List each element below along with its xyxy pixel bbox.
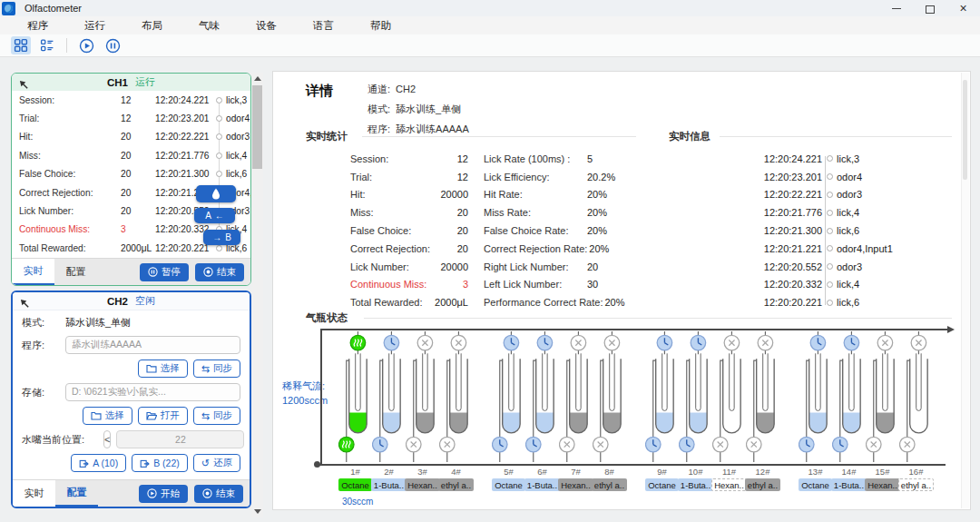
ch2-end-button[interactable]: 结束 xyxy=(194,485,243,503)
close-button[interactable]: × xyxy=(946,0,980,16)
scroll-up-arrow[interactable] xyxy=(251,73,263,84)
event-text: lick,4 xyxy=(837,207,859,218)
gas-bottle: 11# Hexan.. xyxy=(712,330,746,491)
slot-b-button[interactable]: B (22) xyxy=(132,454,188,472)
storage-input[interactable] xyxy=(65,383,240,401)
stat-value: 20% xyxy=(587,225,607,236)
bottle-number: 9# xyxy=(657,467,667,477)
open-label: 打开 xyxy=(161,409,180,422)
stat-value: 20 xyxy=(121,132,155,142)
pointer-icon[interactable] xyxy=(20,296,30,312)
grid-view-icon xyxy=(14,38,28,53)
bottom-valve-icon xyxy=(492,437,507,452)
menu-item[interactable]: 布局 xyxy=(123,19,181,33)
event-row: 12:20:20.552 odor3 xyxy=(686,258,958,276)
stat-label: Session: xyxy=(19,95,121,105)
stat-value: 12 xyxy=(121,95,155,105)
storage-open-button[interactable]: 打开 xyxy=(138,407,188,425)
stat-label: Lick Number: xyxy=(350,261,434,272)
list-view-button[interactable] xyxy=(37,36,57,54)
stat-label: Left Lick Number: xyxy=(484,279,585,290)
lick-a-button[interactable]: A ← xyxy=(194,208,235,223)
minimize-button[interactable] xyxy=(879,0,913,16)
ch2-tab-config[interactable]: 配置 xyxy=(55,480,98,507)
stat-value: 20% xyxy=(587,189,607,200)
ch1-end-button[interactable]: 结束 xyxy=(195,263,244,281)
stat-label: Continuous Miss: xyxy=(350,279,434,290)
ch1-tab-realtime[interactable]: 实时 xyxy=(12,259,54,285)
stat-value: 5 xyxy=(587,153,593,164)
sync-icon: ⇆ xyxy=(201,364,210,374)
lick-b-button[interactable]: → B xyxy=(203,230,240,245)
timeline-dot xyxy=(215,171,223,177)
stat-label: Correct Rejection: xyxy=(350,243,434,254)
bottom-valve-icon xyxy=(866,437,881,452)
ch1-stat-row: Hit: 20 12:20:22.221 odor3 xyxy=(12,128,250,146)
program-input[interactable] xyxy=(65,336,240,354)
mode-label: 模式: xyxy=(22,316,65,330)
bottom-valve-icon xyxy=(645,437,661,452)
close-icon: × xyxy=(959,2,966,15)
storage-sync-button[interactable]: ⇆ 同步 xyxy=(193,407,240,425)
scroll-down-arrow[interactable] xyxy=(251,506,263,517)
a-label: A xyxy=(205,211,211,221)
menu-item[interactable]: 运行 xyxy=(66,19,123,33)
stat-label: Lick Efficiency: xyxy=(484,172,585,182)
select-label: 选择 xyxy=(105,409,124,422)
menu-item[interactable]: 语言 xyxy=(295,19,352,33)
ch1-pause-button[interactable]: 暂停 xyxy=(140,263,189,281)
bottle-odor-label: 1-Buta.. xyxy=(524,478,560,491)
gas-rule xyxy=(364,318,952,319)
program-sync-button[interactable]: ⇆ 同步 xyxy=(193,359,240,378)
restore-position-button[interactable]: ↺ 还原 xyxy=(193,454,240,472)
menu-item[interactable]: 气味 xyxy=(181,19,238,33)
top-valve-icon xyxy=(810,335,826,350)
top-valve-icon xyxy=(571,335,586,350)
bottom-valve-icon xyxy=(525,437,541,452)
water-drop-button[interactable] xyxy=(196,185,236,202)
storage-select-button[interactable]: 选择 xyxy=(83,407,132,425)
timeline-dot xyxy=(822,192,837,198)
gas-bottle: 12# ethyl a.. xyxy=(746,330,779,491)
menu-item[interactable]: 帮助 xyxy=(352,19,409,33)
timeline-dot xyxy=(822,173,837,180)
bottle-number: 11# xyxy=(722,467,736,477)
slot-a-button[interactable]: A (10) xyxy=(71,454,126,472)
pause-button[interactable] xyxy=(103,36,122,54)
scrollbar-thumb[interactable] xyxy=(963,80,967,180)
stat-value: 20 xyxy=(587,261,598,272)
bottom-valve-icon xyxy=(679,437,694,452)
run-button[interactable] xyxy=(76,36,96,54)
grid-view-button[interactable] xyxy=(11,36,31,54)
stat-row: Total Rewarded: 2000μL Performance Corre… xyxy=(350,293,668,311)
stat-label: Correct Rejection: xyxy=(19,188,121,198)
mode-label: 模式: xyxy=(368,103,390,116)
bottom-valve-icon xyxy=(372,437,387,452)
gas-bottle: 8# ethyl a.. xyxy=(593,330,626,491)
bottle-number: 7# xyxy=(571,467,581,477)
slot-a-label: A (10) xyxy=(93,458,118,468)
bottle-odor-label: ethyl a.. xyxy=(592,478,627,491)
bottle-number: 4# xyxy=(451,467,461,477)
stat-label: False Choice: xyxy=(19,169,121,179)
menu-item[interactable]: 程序 xyxy=(9,19,66,33)
sync-label: 同步 xyxy=(213,409,232,422)
manifold-left-pipe xyxy=(320,329,322,465)
position-value-input[interactable] xyxy=(116,430,244,448)
program-select-button[interactable]: 选择 xyxy=(138,359,188,378)
timeline-dot xyxy=(215,115,223,122)
ch1-tab-config[interactable]: 配置 xyxy=(54,259,97,285)
event-time: 12:20:23.201 xyxy=(155,113,215,123)
scrollbar-thumb[interactable] xyxy=(252,85,262,169)
ch2-tab-realtime[interactable]: 实时 xyxy=(13,480,55,507)
left-scrollbar xyxy=(251,73,263,517)
top-valve-icon xyxy=(758,335,773,350)
menu-item[interactable]: 设备 xyxy=(238,19,295,33)
restore-button[interactable] xyxy=(913,0,946,16)
position-prev-button[interactable]: < xyxy=(103,430,111,448)
top-valve-icon xyxy=(691,335,706,350)
bottle-odor-label: Hexan.. xyxy=(865,478,900,491)
stat-value: 2000μL xyxy=(121,243,155,253)
event-time: 12:20:21.300 xyxy=(686,225,822,236)
ch2-start-button[interactable]: 开始 xyxy=(139,485,188,503)
